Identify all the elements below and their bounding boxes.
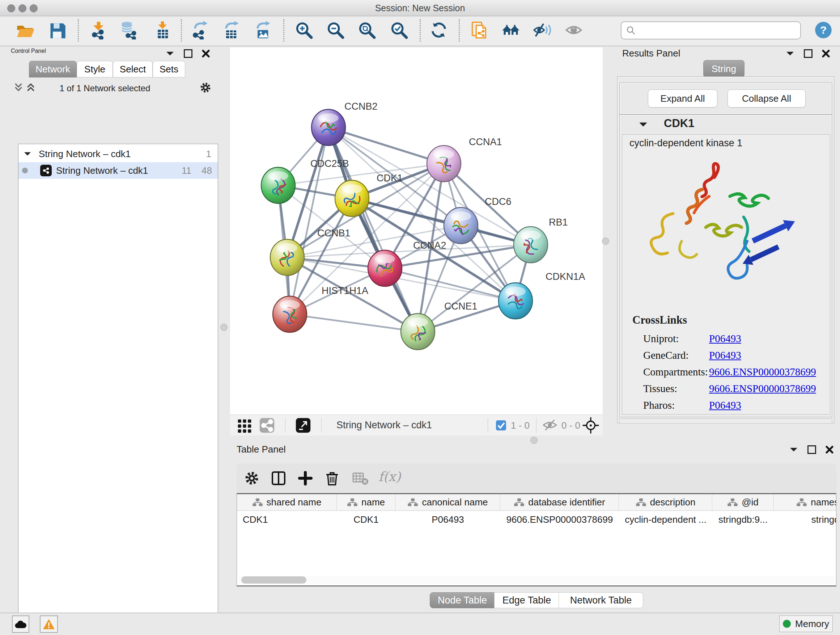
table-column-header[interactable]: shared name bbox=[237, 494, 337, 510]
window-close-light[interactable] bbox=[7, 4, 15, 12]
gear-icon[interactable] bbox=[199, 81, 212, 94]
function-builder-disabled-icon[interactable]: f(x) bbox=[378, 469, 401, 484]
tab-node-table[interactable]: Node Table bbox=[430, 592, 495, 608]
panel-close-icon[interactable] bbox=[822, 50, 830, 57]
window-zoom-light[interactable] bbox=[30, 4, 38, 12]
table-column-header[interactable]: namespace bbox=[774, 494, 836, 510]
import-network-database-button[interactable] bbox=[119, 21, 138, 40]
hide-glass-effect-button[interactable] bbox=[533, 21, 552, 40]
memory-button[interactable]: Memory bbox=[779, 616, 833, 632]
save-session-button[interactable] bbox=[48, 21, 66, 40]
tab-style[interactable]: Style bbox=[77, 61, 113, 78]
panel-close-icon[interactable] bbox=[826, 446, 834, 454]
export-table-button[interactable] bbox=[221, 21, 240, 40]
selected-checkbox-icon[interactable] bbox=[496, 420, 507, 431]
window-minimize-light[interactable] bbox=[19, 4, 27, 12]
panel-close-icon[interactable] bbox=[202, 50, 210, 57]
panel-maximize-icon[interactable] bbox=[804, 49, 813, 58]
open-session-button[interactable] bbox=[15, 21, 34, 40]
tab-string-results[interactable]: String bbox=[703, 60, 745, 78]
crosslink-value-link[interactable]: P06493 bbox=[709, 333, 741, 345]
crosslink-value-link[interactable]: P06493 bbox=[709, 349, 741, 361]
network-node[interactable]: RB1 bbox=[514, 217, 568, 263]
protein-name[interactable]: CDK1 bbox=[664, 117, 694, 130]
crosslink-value-link[interactable]: P06493 bbox=[709, 399, 741, 411]
table-column-header[interactable]: canonical name bbox=[395, 494, 500, 510]
network-canvas[interactable]: CCNB2CCNA1CDC25BCDK1CDC6RB1CCNB1CCNA2CDK… bbox=[230, 48, 603, 415]
export-table-icon bbox=[226, 21, 239, 38]
tab-select[interactable]: Select bbox=[113, 61, 153, 78]
panel-float-icon[interactable] bbox=[166, 51, 174, 57]
warnings-button[interactable] bbox=[40, 616, 58, 633]
panel-float-icon[interactable] bbox=[789, 447, 798, 453]
table-gear-icon[interactable] bbox=[243, 470, 261, 487]
network-edge[interactable] bbox=[278, 164, 444, 185]
zoom-selected-button[interactable] bbox=[390, 21, 409, 40]
zoom-in-button[interactable] bbox=[294, 21, 313, 40]
help-button[interactable]: ? bbox=[814, 21, 833, 40]
show-preview-button[interactable] bbox=[564, 21, 583, 40]
table-cell[interactable]: P06493 bbox=[395, 514, 500, 525]
table-cell[interactable]: CDK1 bbox=[337, 514, 395, 525]
import-network-file-button[interactable] bbox=[89, 21, 108, 40]
string-home-button[interactable] bbox=[501, 21, 520, 40]
fit-selected-crosshair-icon[interactable] bbox=[583, 417, 599, 434]
network-node[interactable]: CDKN1A bbox=[499, 271, 585, 319]
splitter-handle-left[interactable] bbox=[220, 324, 227, 331]
table-cell[interactable]: stringdb:9... bbox=[712, 514, 774, 525]
panel-float-icon[interactable] bbox=[786, 51, 794, 57]
export-image-button[interactable] bbox=[253, 21, 272, 40]
table-column-header[interactable]: description bbox=[619, 494, 712, 510]
table-row[interactable]: CDK1CDK1P064939606.ENSP00000378699cyclin… bbox=[237, 511, 836, 528]
cloud-button[interactable] bbox=[12, 616, 29, 633]
crosslink-value-link[interactable]: 9606.ENSP00000378699 bbox=[709, 383, 816, 394]
tab-network-table[interactable]: Network Table bbox=[559, 592, 643, 608]
panel-maximize-icon[interactable] bbox=[184, 49, 193, 58]
table-cell[interactable]: 9606.ENSP00000378699 bbox=[500, 514, 619, 525]
tab-edge-table[interactable]: Edge Table bbox=[494, 592, 559, 608]
expand-all-button[interactable]: Expand All bbox=[648, 89, 717, 108]
open-in-window-icon[interactable] bbox=[295, 417, 311, 433]
table-cell[interactable]: CDK1 bbox=[237, 514, 337, 525]
delete-table-disabled-icon[interactable] bbox=[352, 470, 369, 487]
network-node[interactable]: CCNA2 bbox=[368, 240, 447, 287]
node-gloss bbox=[342, 184, 362, 194]
table-cell[interactable]: cyclin-dependent ... bbox=[619, 514, 712, 525]
help-icon: ? bbox=[815, 22, 832, 38]
add-column-icon[interactable] bbox=[297, 470, 314, 487]
table-column-header[interactable]: database identifier bbox=[500, 494, 619, 510]
panel-maximize-icon[interactable] bbox=[807, 445, 816, 454]
copy-share-document-button[interactable] bbox=[470, 21, 489, 40]
export-network-button[interactable] bbox=[190, 21, 209, 40]
network-row-selected[interactable]: String Network – cdk1 11 48 bbox=[19, 162, 218, 179]
node-gloss bbox=[268, 171, 288, 181]
table-cell[interactable]: stringdb bbox=[774, 514, 836, 525]
tree-expander-icon[interactable] bbox=[24, 151, 32, 157]
network-node-label: RB1 bbox=[549, 217, 568, 228]
show-columns-icon[interactable] bbox=[270, 470, 287, 487]
network-share-disabled-icon[interactable] bbox=[259, 417, 275, 433]
delete-column-icon[interactable] bbox=[324, 470, 341, 487]
table-hscrollbar-thumb[interactable] bbox=[241, 576, 306, 584]
zoom-out-button[interactable] bbox=[326, 21, 345, 40]
table-column-header[interactable]: @id bbox=[712, 494, 774, 510]
collapse-all-button[interactable]: Collapse All bbox=[728, 89, 806, 108]
search-field[interactable] bbox=[621, 21, 801, 40]
network-edge[interactable] bbox=[290, 314, 418, 332]
collapse-all-icon[interactable] bbox=[14, 82, 23, 92]
network-collection-row[interactable]: String Network – cdk1 1 bbox=[19, 146, 218, 162]
expand-all-icon[interactable] bbox=[26, 82, 35, 92]
network-node[interactable]: CCNA1 bbox=[427, 136, 502, 182]
zoom-fit-button[interactable] bbox=[357, 21, 376, 40]
crosslink-value-link[interactable]: 9606.ENSP00000378699 bbox=[709, 366, 816, 378]
section-expander-icon[interactable] bbox=[638, 121, 648, 128]
refresh-view-button[interactable] bbox=[429, 21, 448, 40]
splitter-handle-right[interactable] bbox=[602, 238, 609, 245]
table-column-header[interactable]: name bbox=[337, 494, 395, 510]
import-table-file-button[interactable] bbox=[152, 21, 171, 40]
tab-sets[interactable]: Sets bbox=[153, 61, 185, 78]
search-input[interactable] bbox=[639, 25, 800, 36]
tab-network[interactable]: Network bbox=[29, 61, 77, 78]
hidden-eye-icon[interactable] bbox=[542, 419, 558, 431]
grid-mode-icon[interactable] bbox=[237, 417, 253, 433]
